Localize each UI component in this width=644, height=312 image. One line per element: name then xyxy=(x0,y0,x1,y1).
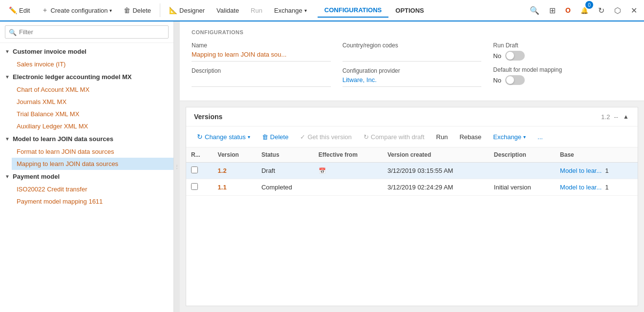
get-this-version-button[interactable]: ✓ Get this version xyxy=(295,131,356,143)
tree-arrow-model-join: ▼ xyxy=(5,136,11,142)
edit-button[interactable]: ✏️ Edit xyxy=(4,3,35,17)
search-button[interactable]: 🔍 xyxy=(527,3,542,18)
collapse-versions-button[interactable]: ▲ xyxy=(622,112,630,121)
country-value xyxy=(343,51,482,62)
sidebar-filter-section: 🔍 xyxy=(0,21,173,43)
compare-icon: ↻ xyxy=(364,133,369,141)
tree-item-chart-xml[interactable]: Chart of Account XML MX xyxy=(12,83,173,96)
designer-icon: 📐 xyxy=(169,6,177,14)
cell-status: Draft xyxy=(257,163,314,179)
name-field: Name Mapping to learn JOIN data sou... xyxy=(192,42,331,62)
close-button[interactable]: ✕ xyxy=(628,3,640,18)
tree-group-electronic-ledger: ▼Electronic ledger accounting model MXCh… xyxy=(0,70,173,132)
base-link[interactable]: Model to lear... xyxy=(560,167,601,174)
versions-header: Versions 1.2 -- ▲ xyxy=(186,107,638,126)
delete-version-button[interactable]: 🗑 Delete xyxy=(257,131,294,143)
run-version-button[interactable]: Run xyxy=(431,131,453,143)
default-mapping-label: Default for model mapping xyxy=(493,66,632,73)
tree-item-iso-credit[interactable]: ISO20022 Credit transfer xyxy=(12,183,173,195)
default-mapping-toggle-row: No xyxy=(493,75,632,85)
designer-button[interactable]: 📐 Designer xyxy=(164,3,210,17)
collapse-handle[interactable]: ⋮ xyxy=(174,21,180,312)
filter-search-icon: 🔍 xyxy=(9,28,17,36)
row-checkbox[interactable] xyxy=(191,166,198,173)
config-section: CONFIGURATIONS Name Mapping to learn JOI… xyxy=(180,21,644,101)
versions-actions: ↻ Change status ▾ 🗑 Delete ✓ Get this ve… xyxy=(186,126,638,147)
col-header-version: Version xyxy=(213,147,257,163)
notification-button[interactable]: 🔔 0 xyxy=(578,3,591,18)
default-mapping-toggle[interactable] xyxy=(505,75,525,85)
tree-group-header-payment-model[interactable]: ▼Payment model xyxy=(0,170,173,183)
validate-button[interactable]: Validate xyxy=(212,4,244,17)
col-header-description: Description xyxy=(489,147,555,163)
more-button[interactable]: ... xyxy=(533,131,548,143)
header-row: R...VersionStatusEffective fromVersion c… xyxy=(186,147,638,163)
tab-options[interactable]: OPTIONS xyxy=(388,4,431,17)
cell-base: Model to lear... 1 xyxy=(555,179,638,196)
create-config-button[interactable]: ＋ Create configuration ▾ xyxy=(37,3,117,18)
default-mapping-field: Default for model mapping No xyxy=(493,66,632,85)
rebase-button[interactable]: Rebase xyxy=(454,131,486,143)
change-status-button[interactable]: ↻ Change status ▾ xyxy=(192,130,255,143)
tree-item-mapping-join[interactable]: Mapping to learn JOIN data sources xyxy=(12,158,173,170)
tree-arrow-payment-model: ▼ xyxy=(5,174,11,179)
exchange-version-button[interactable]: Exchange ▾ xyxy=(488,131,531,143)
cell-version-created: 3/12/2019 02:24:29 AM xyxy=(383,179,489,196)
row-checkbox[interactable] xyxy=(191,183,198,190)
cell-description xyxy=(489,163,555,179)
col-header-status: Status xyxy=(257,147,314,163)
config-col1: Name Mapping to learn JOIN data sou... D… xyxy=(192,42,331,93)
table-row[interactable]: 1.2Draft📅3/12/2019 03:15:55 AMModel to l… xyxy=(186,163,638,179)
run-draft-toggle[interactable] xyxy=(505,51,525,61)
calendar-icon[interactable]: 📅 xyxy=(319,167,326,174)
versions-table: R...VersionStatusEffective fromVersion c… xyxy=(186,147,638,196)
exchange-button[interactable]: Exchange ▾ xyxy=(269,4,312,17)
config-section-title: CONFIGURATIONS xyxy=(192,29,632,35)
office-icon-button[interactable]: O xyxy=(562,3,574,18)
tree-item-payment-mapping[interactable]: Payment model mapping 1611 xyxy=(12,195,173,208)
sidebar-tree: ▼Customer invoice modelSales invoice (IT… xyxy=(0,43,173,312)
separator xyxy=(160,3,160,17)
base-num: 1 xyxy=(605,167,609,174)
base-num: 1 xyxy=(605,184,609,191)
tree-group-header-model-join[interactable]: ▼Model to learn JOIN data sources xyxy=(0,132,173,146)
name-label: Name xyxy=(192,42,331,49)
cell-r xyxy=(186,163,213,179)
trash-icon: 🗑 xyxy=(124,6,130,14)
group-label-payment-model: Payment model xyxy=(13,173,60,180)
grid-icon-button[interactable]: ⊞ xyxy=(546,3,558,18)
col-header-r: R... xyxy=(186,147,213,163)
tree-item-journals-xml[interactable]: Journals XML MX xyxy=(12,96,173,108)
col-header-effective_from: Effective from xyxy=(314,147,383,163)
table-row[interactable]: 1.1Completed3/12/2019 02:24:29 AMInitial… xyxy=(186,179,638,196)
provider-label: Configuration provider xyxy=(343,67,482,74)
tree-item-auxiliary[interactable]: Auxiliary Ledger XML MX xyxy=(12,120,173,132)
tree-group-customer-invoice: ▼Customer invoice modelSales invoice (IT… xyxy=(0,45,173,70)
config-fields: Name Mapping to learn JOIN data sou... D… xyxy=(192,42,632,93)
tree-group-header-customer-invoice[interactable]: ▼Customer invoice model xyxy=(0,45,173,58)
open-new-button[interactable]: ⬡ xyxy=(611,3,624,18)
name-value: Mapping to learn JOIN data sou... xyxy=(192,51,331,62)
provider-value[interactable]: Litware, Inc. xyxy=(343,76,482,87)
cell-version: 1.1 xyxy=(213,179,257,196)
tab-configurations[interactable]: CONFIGURATIONS xyxy=(318,3,388,18)
compare-draft-button[interactable]: ↻ Compare with draft xyxy=(359,131,429,143)
tree-item-trial-balance[interactable]: Trial Balance XML MX xyxy=(12,108,173,120)
filter-input[interactable] xyxy=(5,25,169,39)
tree-item-sales-invoice[interactable]: Sales invoice (IT) xyxy=(12,58,173,70)
cell-effective-from: 📅 xyxy=(314,163,383,179)
tree-item-format-join[interactable]: Format to learn JOIN data sources xyxy=(12,146,173,158)
description-field: Description xyxy=(192,67,331,87)
delete-button[interactable]: 🗑 Delete xyxy=(119,3,156,17)
version-number: 1.1 xyxy=(218,184,227,191)
refresh-button[interactable]: ↻ xyxy=(595,3,607,18)
change-status-icon: ↻ xyxy=(197,133,203,141)
description-label: Description xyxy=(192,67,331,74)
run-button[interactable]: Run xyxy=(246,4,267,17)
toggle-knob xyxy=(506,52,514,60)
base-link[interactable]: Model to lear... xyxy=(560,184,601,191)
nav-tabs: CONFIGURATIONS OPTIONS xyxy=(318,3,431,18)
tree-group-header-electronic-ledger[interactable]: ▼Electronic ledger accounting model MX xyxy=(0,70,173,83)
cell-description: Initial version xyxy=(489,179,555,196)
config-col2: Country/region codes Configuration provi… xyxy=(343,42,482,93)
